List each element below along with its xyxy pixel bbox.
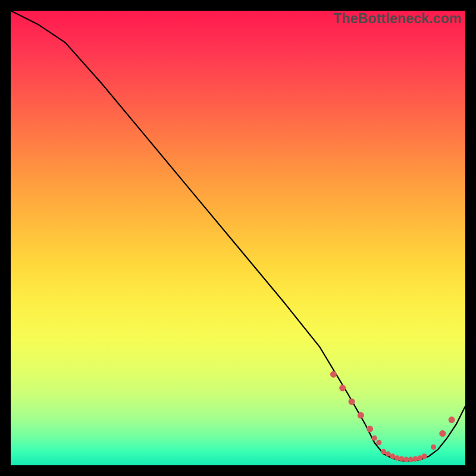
highlight-dot — [449, 416, 455, 423]
highlight-dot — [330, 371, 337, 378]
highlight-dot — [408, 457, 414, 462]
highlight-dots — [330, 371, 455, 462]
highlight-dot — [431, 444, 436, 450]
highlight-dot — [386, 451, 391, 456]
highlight-dot — [339, 385, 346, 392]
highlight-dot — [422, 453, 427, 459]
highlight-dot — [394, 455, 400, 461]
highlight-dot — [413, 456, 418, 462]
curve-svg — [11, 11, 465, 465]
chart-area: TheBottleneck.com — [11, 11, 465, 465]
highlight-dot — [349, 399, 355, 405]
highlight-dot — [376, 440, 381, 445]
highlight-dot — [399, 456, 405, 462]
highlight-dot — [367, 425, 373, 432]
highlight-dot — [358, 412, 364, 419]
highlight-dot — [372, 436, 377, 441]
highlight-dot — [439, 430, 446, 437]
curve-line — [11, 11, 465, 461]
